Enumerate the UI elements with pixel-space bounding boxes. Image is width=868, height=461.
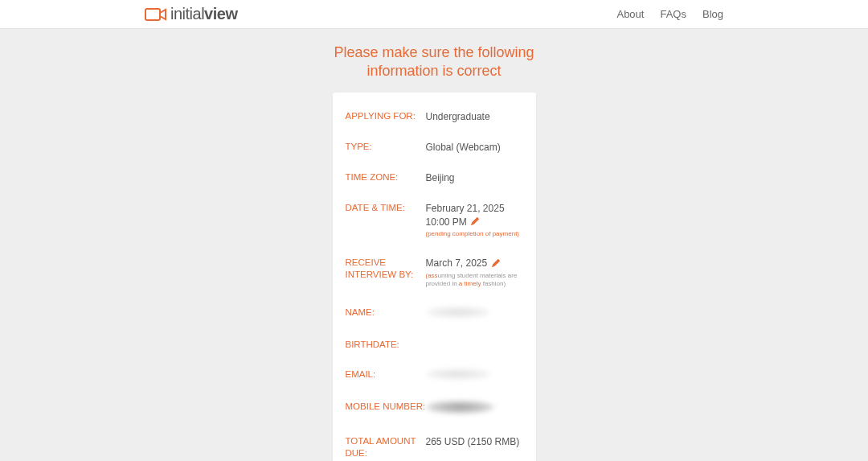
note-datetime: (pending completion of payment) xyxy=(426,230,523,238)
nav-blog[interactable]: Blog xyxy=(702,8,723,20)
edit-receive-by-icon[interactable] xyxy=(492,257,500,270)
label-timezone: TIME ZONE: xyxy=(346,171,426,184)
row-email: EMAIL: xyxy=(346,368,523,383)
value-email xyxy=(426,368,523,383)
value-datetime: February 21, 2025 10:00 PM (pending comp… xyxy=(426,202,523,239)
row-receive-by: RECEIVE INTERVIEW BY: March 7, 2025 (ass… xyxy=(346,257,523,289)
value-birthdate xyxy=(426,339,523,352)
row-type: TYPE: Global (Webcam) xyxy=(346,141,523,154)
label-email: EMAIL: xyxy=(346,368,426,383)
edit-datetime-icon[interactable] xyxy=(471,216,479,228)
label-receive-by: RECEIVE INTERVIEW BY: xyxy=(346,257,426,289)
value-total: 265 USD (2150 RMB) xyxy=(426,435,523,460)
redacted-mobile xyxy=(426,401,494,414)
redacted-name xyxy=(426,307,490,318)
label-birthdate: BIRTHDATE: xyxy=(346,339,426,352)
label-applying-for: APPLYING FOR: xyxy=(346,110,426,123)
note-receive-by: (assuming student materials are provided… xyxy=(426,272,523,289)
label-total: TOTAL AMOUNT DUE: xyxy=(346,435,426,460)
row-timezone: TIME ZONE: Beijing xyxy=(346,171,523,184)
value-mobile xyxy=(426,401,523,417)
value-applying-for: Undergraduate xyxy=(426,110,523,123)
nav-about[interactable]: About xyxy=(616,8,644,20)
svg-rect-0 xyxy=(145,9,160,20)
nav-faqs[interactable]: FAQs xyxy=(660,8,686,20)
row-datetime: DATE & TIME: February 21, 2025 10:00 PM … xyxy=(346,202,523,239)
value-type: Global (Webcam) xyxy=(426,141,523,154)
logo[interactable]: initialview xyxy=(145,5,237,23)
redacted-email xyxy=(426,368,490,380)
page-title: Please make sure the followinginformatio… xyxy=(0,29,868,93)
label-mobile: MOBILE NUMBER: xyxy=(346,401,426,417)
row-name: NAME: xyxy=(346,307,523,321)
camera-icon xyxy=(145,6,167,23)
value-name xyxy=(426,307,523,321)
label-name: NAME: xyxy=(346,307,426,321)
confirmation-card: APPLYING FOR: Undergraduate TYPE: Global… xyxy=(333,93,536,461)
row-mobile: MOBILE NUMBER: xyxy=(346,401,523,417)
value-receive-by: March 7, 2025 (assuming student material… xyxy=(426,257,523,289)
label-datetime: DATE & TIME: xyxy=(346,202,426,239)
nav: About FAQs Blog xyxy=(616,8,723,20)
logo-text: initialview xyxy=(170,5,237,23)
value-timezone: Beijing xyxy=(426,171,523,184)
label-type: TYPE: xyxy=(346,141,426,154)
row-total: TOTAL AMOUNT DUE: 265 USD (2150 RMB) xyxy=(346,435,523,460)
row-applying-for: APPLYING FOR: Undergraduate xyxy=(346,110,523,123)
header: initialview About FAQs Blog xyxy=(0,0,868,29)
row-birthdate: BIRTHDATE: xyxy=(346,339,523,352)
